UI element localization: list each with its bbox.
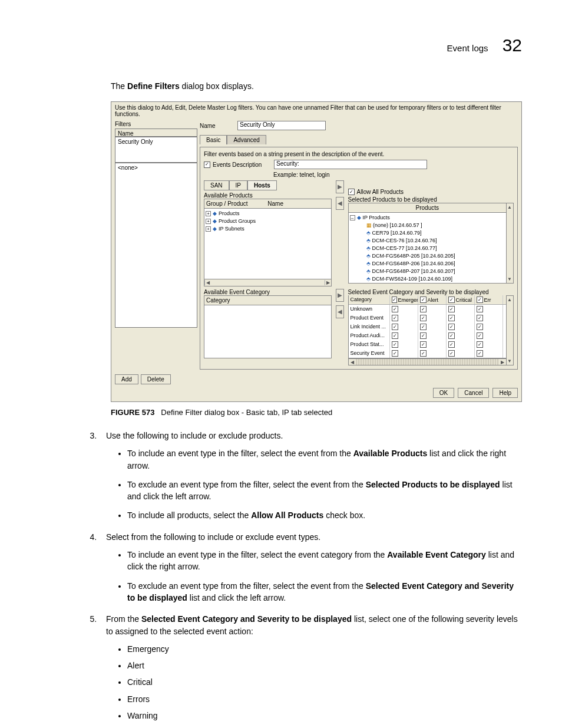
category-header: Category	[204, 295, 332, 305]
dialog-tip: Use this dialog to Add, Edit, Delete Mas…	[111, 102, 521, 121]
vertical-scrollbar[interactable]	[507, 203, 514, 284]
events-desc-checkbox[interactable]	[204, 162, 210, 168]
available-products-tree[interactable]: +◆Products +◆Product Groups +◆IP Subnets	[204, 209, 332, 279]
cat-move-right-button[interactable]: ▶	[336, 289, 344, 302]
intro-text: The Define Filters dialog box displays.	[111, 81, 522, 91]
available-products-label: Available Products	[204, 192, 332, 199]
step-4: Select from the following to include or …	[99, 531, 522, 604]
move-left-button[interactable]: ◀	[336, 197, 344, 210]
filter-item[interactable]: Security Only	[118, 139, 194, 145]
cat-move-left-button[interactable]: ◀	[336, 305, 344, 318]
help-button[interactable]: Help	[492, 388, 518, 398]
filters-label: Filters	[115, 121, 197, 127]
step-5: From the Selected Event Category and Sev…	[99, 613, 522, 728]
events-desc-label: Events Description	[213, 162, 272, 168]
subtab-san[interactable]: SAN	[204, 180, 229, 190]
filter-item[interactable]: <none>	[118, 164, 194, 171]
figure-caption: FIGURE 573 Define Filter dialog box - Ba…	[111, 408, 522, 417]
name-col-header: Name	[267, 200, 329, 207]
delete-button[interactable]: Delete	[141, 374, 171, 384]
filters-name-header: Name	[115, 129, 197, 137]
tab-basic[interactable]: Basic	[200, 135, 227, 144]
allow-all-checkbox[interactable]	[348, 189, 355, 195]
cat-hscroll[interactable]: ◀▶	[348, 358, 507, 365]
events-desc-input[interactable]: Security:	[274, 160, 427, 169]
add-button[interactable]: Add	[115, 374, 138, 384]
cancel-button[interactable]: Cancel	[458, 388, 489, 398]
example-text: Example: telnet, login	[273, 172, 514, 178]
products-header: Products	[348, 203, 507, 213]
available-category-list[interactable]	[204, 305, 332, 358]
selected-category-label: Selected Event Category and Severity to …	[348, 289, 514, 295]
name-label: Name	[200, 123, 235, 129]
selected-products-tree[interactable]: –◆IP Products ▦ (none) [10.24.60.57 ] ⬘C…	[348, 213, 507, 284]
filters-list[interactable]: Security Only	[115, 137, 197, 163]
subtab-hosts[interactable]: Hosts	[247, 180, 277, 190]
tab-advanced[interactable]: Advanced	[227, 135, 266, 144]
name-input[interactable]: Security Only	[237, 121, 326, 130]
step-3: Use the following to include or exclude …	[99, 430, 522, 522]
selected-category-table[interactable]: Category Emergen... Alert Critical Err U…	[348, 295, 507, 358]
filters-list-2[interactable]: <none>	[115, 163, 197, 328]
dialog-screenshot: Use this dialog to Add, Edit, Delete Mas…	[111, 101, 522, 402]
filter-hint: Filter events based on a string present …	[204, 151, 514, 157]
allow-all-label: Allow All Products	[357, 189, 404, 195]
page-title: Event logs	[447, 43, 488, 53]
subtab-ip[interactable]: IP	[229, 180, 247, 190]
group-product-header: Group / Product	[206, 200, 267, 207]
available-category-label: Available Event Category	[204, 289, 332, 295]
chapter-number: 32	[503, 35, 522, 55]
move-right-button[interactable]: ▶	[336, 180, 344, 193]
ok-button[interactable]: OK	[433, 388, 454, 398]
selected-products-label: Selected Products to be displayed	[348, 196, 514, 203]
cat-vscroll[interactable]	[507, 295, 514, 365]
